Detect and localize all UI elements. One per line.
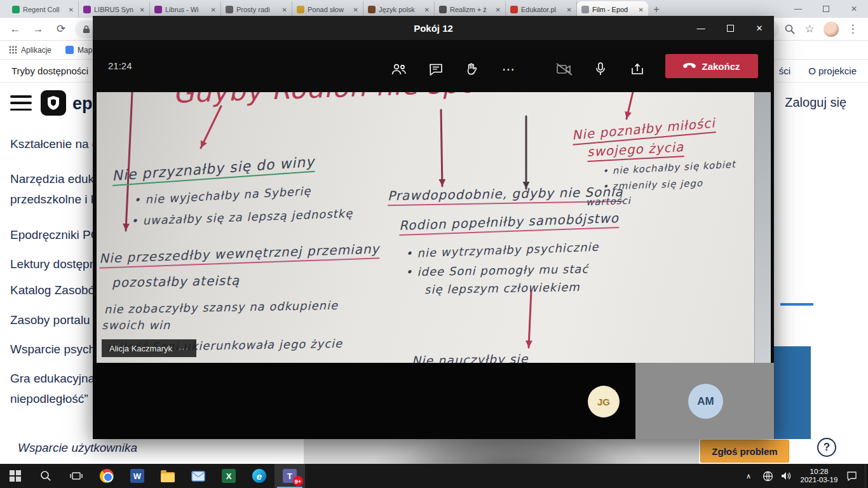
- accessibility-modes-link[interactable]: Tryby dostępności: [11, 65, 88, 76]
- whiteboard-note: wartości: [586, 195, 632, 209]
- bookmark-apps[interactable]: Aplikacje: [9, 46, 51, 55]
- meeting-timer: 21:24: [108, 60, 132, 71]
- teams-window-controls: — ✕: [686, 16, 774, 40]
- sidebar-menu-item[interactable]: Gra edukacyjna „niepodległość”: [10, 369, 99, 409]
- sidebar-menu-item[interactable]: Zasoby portalu S: [10, 310, 99, 330]
- browser-maximize-button[interactable]: [812, 0, 840, 18]
- sidebar-menu-item[interactable]: Katalog Zasobów: [10, 280, 99, 301]
- meeting-room-title: Pokój 12: [414, 23, 453, 34]
- mail-icon: [191, 471, 205, 482]
- tab-favicon: [439, 6, 447, 13]
- taskbar-chrome[interactable]: [92, 464, 122, 488]
- nav-fragment[interactable]: ści: [779, 65, 790, 76]
- bookmark-label: Aplikacje: [21, 46, 51, 55]
- apps-grid-icon: [9, 46, 17, 54]
- teams-meeting-window: Pokój 12 — ✕ 21:24 ⋯ Zak: [93, 16, 774, 439]
- volume-icon[interactable]: [777, 464, 796, 488]
- lock-icon: [83, 25, 90, 34]
- raise-hand-icon: [465, 62, 478, 76]
- forward-button[interactable]: →: [29, 23, 47, 36]
- teams-titlebar[interactable]: Pokój 12 — ✕: [93, 16, 774, 40]
- sidebar-menu-item[interactable]: Wsparcie psycho: [10, 339, 99, 360]
- whiteboard-note: swoich win: [102, 318, 170, 333]
- tab-close-icon[interactable]: ✕: [424, 6, 430, 13]
- whiteboard-note: Nie nauczyłby się: [412, 351, 529, 363]
- taskbar-file-explorer[interactable]: [153, 464, 183, 488]
- user-support-link[interactable]: Wsparcie użytkownika: [18, 441, 137, 455]
- chat-icon: [428, 62, 444, 76]
- microphone-toggle-button[interactable]: [588, 57, 613, 82]
- taskbar-edge[interactable]: e: [244, 464, 275, 488]
- share-screen-button[interactable]: [625, 57, 650, 82]
- participants-strip: JGAM: [93, 363, 774, 439]
- tab-favicon: [83, 6, 91, 13]
- tray-overflow-chevron[interactable]: ∧: [739, 464, 758, 488]
- teams-minimize-button[interactable]: —: [686, 16, 715, 40]
- browser-tab[interactable]: Regent Coll✕: [8, 1, 79, 18]
- sidebar-menu-item[interactable]: Epodręczniki PO: [10, 225, 99, 245]
- camera-toggle-button[interactable]: [552, 57, 577, 82]
- tab-close-icon[interactable]: ✕: [567, 6, 572, 13]
- participants-button[interactable]: [386, 57, 412, 82]
- tab-label: Język polsk: [379, 6, 421, 13]
- shield-icon: [46, 95, 60, 111]
- tab-close-icon[interactable]: ✕: [140, 6, 145, 13]
- tab-close-icon[interactable]: ✕: [639, 6, 644, 13]
- tab-close-icon[interactable]: ✕: [282, 6, 287, 13]
- chrome-icon: [100, 469, 114, 483]
- bookmark-star-icon[interactable]: ☆: [801, 22, 818, 36]
- site-logo[interactable]: [41, 90, 66, 116]
- taskbar-teams[interactable]: T 9+: [275, 464, 305, 488]
- clock-date: 2021-03-19: [801, 476, 838, 484]
- teams-maximize-button[interactable]: [715, 16, 745, 40]
- zoom-icon[interactable]: [784, 24, 796, 35]
- taskbar-clock[interactable]: 10:28 2021-03-19: [796, 468, 842, 484]
- tab-close-icon[interactable]: ✕: [211, 6, 216, 13]
- edge-icon: e: [252, 469, 266, 483]
- help-button[interactable]: ?: [817, 438, 836, 457]
- tab-close-icon[interactable]: ✕: [353, 6, 358, 13]
- participant-options-icon[interactable]: ···: [179, 344, 189, 353]
- participant-avatar[interactable]: AM: [688, 384, 723, 419]
- participant-avatar[interactable]: JG: [588, 386, 620, 417]
- tab-close-icon[interactable]: ✕: [496, 6, 501, 13]
- browser-profile-avatar[interactable]: [824, 22, 839, 37]
- page-blue-panel: [774, 346, 811, 439]
- task-view-button[interactable]: [61, 464, 92, 488]
- windows-logo-icon: [10, 470, 21, 482]
- leave-meeting-button[interactable]: Zakończ: [665, 54, 758, 78]
- browser-minimize-button[interactable]: —: [784, 0, 812, 18]
- bookmark-map[interactable]: Map: [65, 46, 92, 55]
- browser-close-button[interactable]: ✕: [840, 0, 868, 18]
- login-link[interactable]: Zaloguj się: [785, 95, 846, 110]
- taskbar-word[interactable]: W: [122, 464, 153, 488]
- tab-label: Librus - Wi: [165, 6, 208, 13]
- reload-button[interactable]: ⟳: [52, 22, 70, 36]
- sidebar-menu-item[interactable]: Narzędzia edukaprzedszkolne i ks: [10, 169, 99, 210]
- tab-close-icon[interactable]: ✕: [69, 6, 74, 13]
- browser-window-controls: — ✕: [784, 0, 868, 18]
- taskbar-mail[interactable]: [183, 464, 214, 488]
- chat-button[interactable]: [423, 57, 449, 82]
- tab-label: Regent Coll: [23, 6, 65, 13]
- hamburger-menu-icon[interactable]: [10, 95, 32, 111]
- presenter-name-label[interactable]: Alicja Kaczmaryk ···: [102, 339, 196, 357]
- show-desktop-button[interactable]: [865, 464, 868, 488]
- sidebar-menu-item[interactable]: Lektury dostępn: [10, 254, 99, 274]
- start-button[interactable]: [0, 464, 31, 488]
- tab-favicon: [154, 6, 162, 13]
- sidebar-menu-item[interactable]: Kształcenie na o: [10, 134, 99, 154]
- teams-close-button[interactable]: ✕: [745, 16, 774, 40]
- taskbar-search-button[interactable]: [31, 464, 61, 488]
- reactions-button[interactable]: [459, 57, 484, 82]
- taskbar-excel[interactable]: X: [214, 464, 244, 488]
- about-project-link[interactable]: O projekcie: [808, 65, 857, 76]
- back-button[interactable]: ←: [6, 23, 24, 36]
- browser-menu-icon[interactable]: ⋮: [844, 22, 862, 36]
- action-center-icon[interactable]: [842, 464, 861, 488]
- microphone-icon: [595, 62, 606, 77]
- more-options-button[interactable]: ⋯: [496, 57, 521, 82]
- network-icon[interactable]: [758, 464, 777, 488]
- report-problem-button[interactable]: Zgłoś problem: [700, 440, 789, 463]
- system-tray: ∧ 10:28 2021-03-19: [739, 464, 868, 488]
